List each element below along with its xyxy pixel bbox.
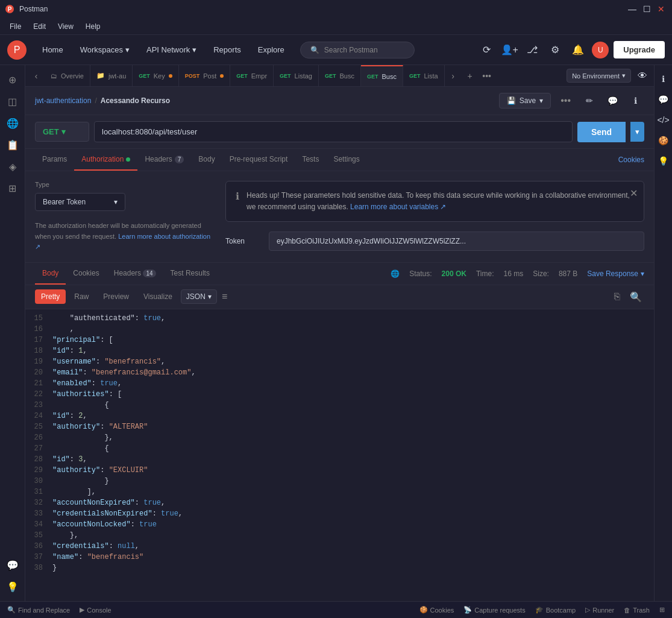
- save-response-button[interactable]: Save Response ▾: [587, 270, 644, 278]
- nav-workspaces[interactable]: Workspaces ▾: [74, 42, 136, 58]
- tab-get-keys[interactable]: GET Key: [133, 65, 178, 87]
- right-panel-cookie-btn[interactable]: 🍪: [655, 131, 673, 150]
- req-tab-tests[interactable]: Tests: [295, 149, 326, 171]
- req-tab-pre-request[interactable]: Pre-request Script: [222, 149, 295, 171]
- sidebar-bottom-icon[interactable]: 💡: [3, 577, 22, 596]
- sidebar-history-icon[interactable]: 📋: [3, 135, 22, 154]
- bootcamp-item[interactable]: 🎓 Bootcamp: [535, 606, 576, 614]
- format-raw[interactable]: Raw: [68, 289, 95, 304]
- tab-overview[interactable]: 🗂 Overvie: [45, 65, 90, 87]
- resp-tab-body[interactable]: Body: [35, 263, 66, 285]
- minimize-button[interactable]: —: [626, 3, 638, 15]
- menu-file[interactable]: File: [5, 20, 26, 33]
- format-type-selector[interactable]: JSON ▾: [181, 289, 217, 304]
- req-tab-headers[interactable]: Headers 7: [137, 149, 191, 171]
- wrap-lines-button[interactable]: ≡: [219, 289, 230, 304]
- tab-get-busca1[interactable]: GET Busc: [319, 65, 361, 87]
- resp-cookies-label: Cookies: [73, 269, 99, 277]
- user-avatar[interactable]: U: [592, 42, 609, 58]
- capture-item[interactable]: 📡 Capture requests: [463, 606, 525, 614]
- resp-test-results-label: Test Results: [171, 269, 210, 277]
- tab-get-listag[interactable]: GET Listag: [274, 65, 319, 87]
- menu-help[interactable]: Help: [81, 20, 105, 33]
- runner-item[interactable]: ▷ Runner: [585, 606, 614, 614]
- table-row: 28"id": 3,: [25, 455, 654, 466]
- cookies-status-item[interactable]: 🍪 Cookies: [419, 606, 454, 614]
- sidebar-new-icon[interactable]: ⊕: [3, 70, 22, 89]
- nav-api-network[interactable]: API Network ▾: [140, 42, 203, 58]
- trash-item[interactable]: 🗑 Trash: [624, 607, 650, 614]
- more-options-button[interactable]: •••: [556, 93, 576, 109]
- type-selector[interactable]: Bearer Token ▾: [35, 193, 125, 211]
- search-response-button[interactable]: 🔍: [627, 289, 644, 305]
- tab-prev-button[interactable]: ‹: [28, 68, 45, 84]
- warning-close-button[interactable]: ✕: [630, 188, 638, 199]
- token-input[interactable]: [269, 232, 644, 251]
- tab-post-dot: [220, 74, 224, 78]
- tab-get-lista[interactable]: GET Lista: [403, 65, 445, 87]
- info-icon-btn[interactable]: ℹ: [626, 92, 644, 110]
- nav-home[interactable]: Home: [36, 42, 69, 58]
- tab-next-button[interactable]: ›: [445, 68, 462, 84]
- right-panel-info-btn[interactable]: ℹ: [655, 70, 673, 88]
- resp-tab-headers[interactable]: Headers 14: [107, 263, 163, 285]
- sidebar-mocks-icon[interactable]: ◈: [3, 157, 22, 176]
- right-panel-comment-btn[interactable]: 💬: [655, 90, 673, 109]
- tab-busca1-label: Busc: [339, 72, 354, 80]
- notifications-icon-btn[interactable]: 🔔: [569, 41, 587, 59]
- settings-icon-btn[interactable]: ⚙: [546, 41, 564, 59]
- right-panel-code-btn[interactable]: </>: [655, 111, 673, 129]
- tab-add-button[interactable]: +: [462, 68, 479, 84]
- table-row: 23 {: [25, 401, 654, 412]
- env-selector[interactable]: No Environment ▾: [567, 69, 631, 83]
- console-item[interactable]: ▶ Console: [80, 606, 111, 614]
- copy-response-button[interactable]: ⎘: [612, 289, 623, 305]
- nav-explore[interactable]: Explore: [252, 42, 290, 58]
- nav-reports[interactable]: Reports: [207, 42, 247, 58]
- sidebar-monitors-icon[interactable]: ⊞: [3, 178, 22, 198]
- tab-get-empre[interactable]: GET Empr: [230, 65, 274, 87]
- req-tab-body[interactable]: Body: [191, 149, 222, 171]
- code-token: "username": [52, 358, 96, 366]
- search-bar[interactable]: 🔍 Search Postman: [300, 42, 415, 58]
- sidebar-flows-icon[interactable]: 💬: [3, 555, 22, 575]
- tab-more-button[interactable]: •••: [479, 68, 495, 84]
- upgrade-button[interactable]: Upgrade: [614, 41, 665, 58]
- grid-icon-item[interactable]: ⊞: [659, 606, 665, 614]
- resp-tab-cookies[interactable]: Cookies: [66, 263, 106, 285]
- right-panel-bulb-btn[interactable]: 💡: [655, 152, 673, 170]
- maximize-button[interactable]: ☐: [641, 3, 653, 15]
- method-selector[interactable]: GET ▾: [35, 122, 89, 142]
- invite-icon-btn[interactable]: 👤+: [500, 41, 518, 59]
- url-input[interactable]: [94, 121, 573, 142]
- edit-icon-btn[interactable]: ✏: [580, 92, 598, 110]
- learn-more-variables-link[interactable]: Learn more about variables ↗: [350, 203, 446, 211]
- eye-icon-btn[interactable]: 👁: [633, 67, 652, 85]
- git-icon-btn[interactable]: ⎇: [523, 41, 541, 59]
- sidebar-collections-icon[interactable]: ◫: [3, 92, 22, 111]
- save-button[interactable]: 💾 Save ▾: [499, 93, 551, 109]
- format-visualize[interactable]: Visualize: [137, 289, 178, 304]
- send-button[interactable]: Send: [577, 122, 626, 142]
- table-row: 24"id": 2,: [25, 412, 654, 423]
- tab-get-busca2[interactable]: GET Busc: [361, 65, 403, 87]
- format-preview[interactable]: Preview: [97, 289, 135, 304]
- req-tab-settings[interactable]: Settings: [326, 149, 366, 171]
- cookies-link[interactable]: Cookies: [618, 156, 644, 164]
- sidebar-environments-icon[interactable]: 🌐: [3, 113, 22, 133]
- sync-icon-btn[interactable]: ⟳: [477, 41, 495, 59]
- menu-view[interactable]: View: [53, 20, 78, 33]
- req-tab-params[interactable]: Params: [35, 149, 74, 171]
- close-button[interactable]: ✕: [655, 3, 667, 15]
- breadcrumb-collection[interactable]: jwt-authentication: [35, 96, 91, 105]
- req-tab-authorization[interactable]: Authorization: [74, 149, 137, 171]
- resp-tab-test-results[interactable]: Test Results: [163, 263, 217, 285]
- tab-jwt-auth[interactable]: 📁 jwt-au: [90, 65, 133, 87]
- find-replace-item[interactable]: 🔍 Find and Replace: [7, 606, 70, 614]
- format-pretty[interactable]: Pretty: [35, 289, 66, 304]
- status-label: Status:: [409, 270, 432, 278]
- menu-edit[interactable]: Edit: [28, 20, 51, 33]
- send-dropdown-button[interactable]: ▾: [630, 122, 644, 142]
- comment-icon-btn[interactable]: 💬: [603, 92, 621, 110]
- tab-post-post[interactable]: POST Post: [179, 65, 231, 87]
